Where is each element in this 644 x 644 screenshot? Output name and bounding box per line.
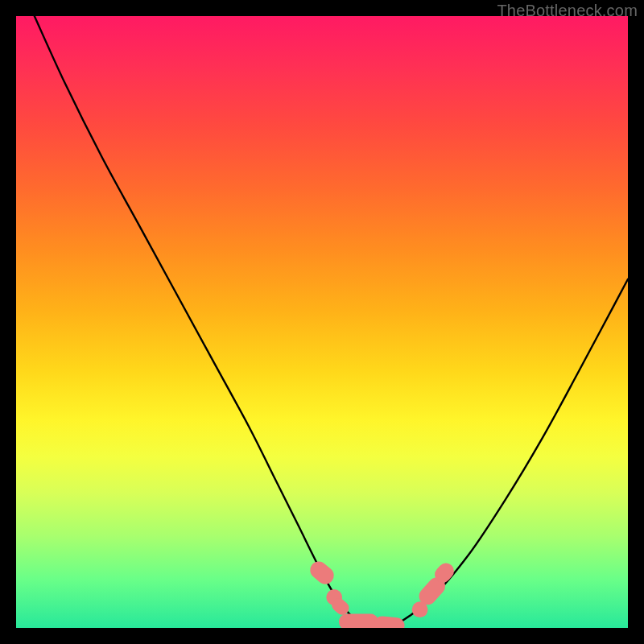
marker-group [307, 558, 457, 628]
chart-frame: TheBottleneck.com [0, 0, 644, 644]
watermark-text: TheBottleneck.com [497, 2, 638, 20]
bottleneck-curve [35, 16, 628, 628]
marker-l1 [307, 558, 337, 588]
plot-area [16, 16, 628, 628]
marker-b1 [339, 614, 378, 628]
marker-b2 [374, 616, 406, 628]
chart-svg [16, 16, 628, 628]
